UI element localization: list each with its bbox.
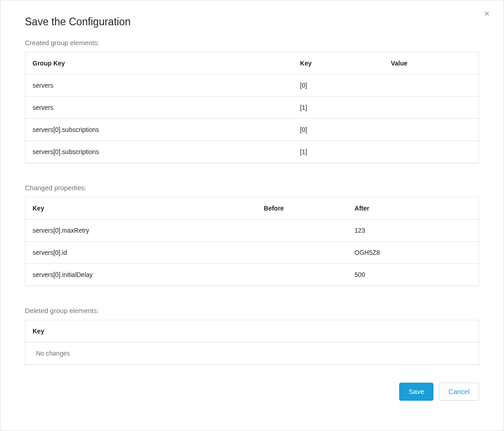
table-row: servers[0].subscriptions [1]	[25, 141, 479, 163]
cell-before	[257, 242, 348, 264]
save-configuration-modal: Save the Configuration Created group ele…	[0, 0, 504, 431]
cell-after: 123	[347, 220, 479, 242]
cell-after: OGH5Z8	[347, 242, 479, 264]
created-label: Created group elements:	[25, 39, 479, 47]
table-row-empty: No changes	[25, 342, 479, 365]
table-row: servers [1]	[25, 97, 479, 119]
cell-key: [0]	[293, 119, 384, 141]
cell-group-key: servers	[25, 97, 293, 119]
cell-key: servers[0].initialDelay	[25, 264, 257, 286]
close-icon	[485, 11, 489, 16]
save-button[interactable]: Save	[399, 383, 433, 401]
table-row: servers[0].id OGH5Z8	[25, 242, 479, 264]
col-value: Value	[384, 52, 479, 75]
table-row: servers [0]	[25, 75, 479, 97]
deleted-label: Deleted group elements:	[25, 307, 479, 314]
cell-key: servers[0].id	[25, 242, 257, 264]
col-key: Key	[25, 320, 479, 342]
cell-value	[384, 119, 479, 141]
cell-value	[384, 141, 479, 163]
table-row: servers[0].initialDelay 500	[25, 264, 479, 286]
cell-value	[384, 75, 479, 97]
modal-footer: Save Cancel	[25, 383, 479, 401]
cell-group-key: servers	[25, 75, 293, 97]
table-row: servers[0].subscriptions [0]	[25, 119, 479, 141]
empty-message: No changes	[25, 342, 479, 365]
changed-table: Key Before After servers[0].maxRetry 123…	[25, 197, 479, 286]
cell-value	[384, 97, 479, 119]
close-button[interactable]	[482, 9, 492, 19]
cell-before	[257, 220, 348, 242]
col-after: After	[347, 197, 479, 220]
cancel-button[interactable]: Cancel	[439, 383, 479, 401]
cell-key: [1]	[293, 141, 384, 163]
changed-label: Changed properties:	[25, 184, 479, 192]
cell-group-key: servers[0].subscriptions	[25, 141, 293, 163]
created-section: Created group elements: Group Key Key Va…	[25, 39, 479, 163]
cell-key: [1]	[293, 97, 384, 119]
col-before: Before	[257, 197, 348, 220]
col-group-key: Group Key	[25, 52, 293, 75]
cell-key: [0]	[293, 75, 384, 97]
cell-group-key: servers[0].subscriptions	[25, 119, 293, 141]
table-header-row: Key	[25, 320, 479, 342]
created-table: Group Key Key Value servers [0] servers …	[25, 52, 479, 163]
cell-after: 500	[347, 264, 479, 286]
deleted-section: Deleted group elements: Key No changes	[25, 307, 479, 365]
modal-title: Save the Configuration	[25, 16, 479, 28]
cell-key: servers[0].maxRetry	[25, 220, 257, 242]
cell-before	[257, 264, 348, 286]
table-header-row: Key Before After	[25, 197, 479, 220]
col-key: Key	[25, 197, 257, 220]
table-row: servers[0].maxRetry 123	[25, 220, 479, 242]
deleted-table: Key No changes	[25, 320, 479, 365]
changed-section: Changed properties: Key Before After ser…	[25, 184, 479, 286]
col-key: Key	[293, 52, 384, 75]
table-header-row: Group Key Key Value	[25, 52, 479, 75]
